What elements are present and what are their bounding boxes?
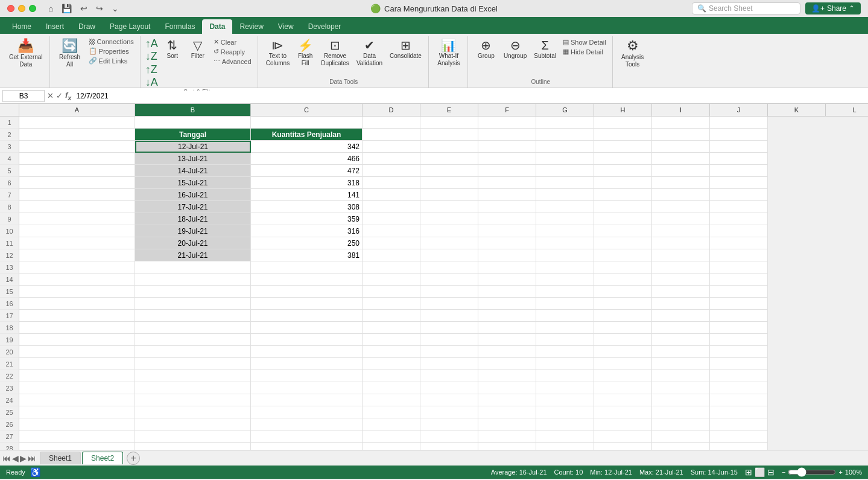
cell-e15[interactable] <box>420 286 478 298</box>
cell-a16[interactable] <box>19 298 135 310</box>
cell-h26[interactable] <box>594 418 652 430</box>
cell-b22[interactable] <box>135 370 251 382</box>
cell-d17[interactable] <box>363 310 420 322</box>
cell-a21[interactable] <box>19 358 135 370</box>
save-icon[interactable]: 💾 <box>62 4 72 13</box>
share-button[interactable]: 👤+ Share ⌃ <box>805 2 861 14</box>
cell-g2[interactable] <box>536 129 594 141</box>
sheet-tab-sheet1[interactable]: Sheet1 <box>40 452 81 464</box>
cell-a15[interactable] <box>19 286 135 298</box>
cell-j14[interactable] <box>710 274 768 286</box>
cell-c19[interactable] <box>251 334 363 346</box>
cell-g24[interactable] <box>536 394 594 406</box>
cell-e10[interactable] <box>420 225 478 237</box>
cell-i4[interactable] <box>652 153 710 165</box>
cell-j20[interactable] <box>710 346 768 358</box>
col-header-e[interactable]: E <box>420 104 478 116</box>
cell-j24[interactable] <box>710 394 768 406</box>
flash-fill-button[interactable]: ⚡ FlashFill <box>294 37 317 69</box>
cell-d3[interactable] <box>363 141 420 153</box>
cell-b16[interactable] <box>135 298 251 310</box>
cell-i11[interactable] <box>652 237 710 249</box>
cell-d27[interactable] <box>363 430 420 443</box>
cell-e16[interactable] <box>420 298 478 310</box>
cell-d9[interactable] <box>363 213 420 225</box>
cell-a7[interactable] <box>19 189 135 201</box>
cell-e7[interactable] <box>420 189 478 201</box>
cell-h3[interactable] <box>594 141 652 153</box>
cell-h13[interactable] <box>594 261 652 274</box>
cell-c25[interactable] <box>251 406 363 418</box>
col-header-d[interactable]: D <box>363 104 420 116</box>
cell-h28[interactable] <box>594 443 652 450</box>
cell-f20[interactable] <box>478 346 536 358</box>
cell-i23[interactable] <box>652 382 710 394</box>
cell-j22[interactable] <box>710 370 768 382</box>
cell-f22[interactable] <box>478 370 536 382</box>
cell-f2[interactable] <box>478 129 536 141</box>
cell-a9[interactable] <box>19 213 135 225</box>
reapply-button[interactable]: ↺ Reapply <box>211 47 254 56</box>
cell-g17[interactable] <box>536 310 594 322</box>
cell-e6[interactable] <box>420 177 478 189</box>
cell-e9[interactable] <box>420 213 478 225</box>
cell-b8[interactable]: 17-Jul-21 <box>135 201 251 213</box>
cell-i17[interactable] <box>652 310 710 322</box>
col-header-g[interactable]: G <box>536 104 594 116</box>
formula-input[interactable] <box>74 91 866 101</box>
cell-d24[interactable] <box>363 394 420 406</box>
cell-j25[interactable] <box>710 406 768 418</box>
cell-h21[interactable] <box>594 358 652 370</box>
nav-first-icon[interactable]: ⏮ <box>2 453 11 463</box>
cell-e1[interactable] <box>420 117 478 129</box>
cell-d13[interactable] <box>363 261 420 274</box>
cell-j4[interactable] <box>710 153 768 165</box>
group-button[interactable]: ⊕ Group <box>473 37 499 62</box>
cell-b15[interactable] <box>135 286 251 298</box>
cell-c3[interactable]: 342 <box>251 141 363 153</box>
cell-a14[interactable] <box>19 274 135 286</box>
cell-c22[interactable] <box>251 370 363 382</box>
cell-g27[interactable] <box>536 430 594 443</box>
cell-c18[interactable] <box>251 322 363 334</box>
cell-f13[interactable] <box>478 261 536 274</box>
cell-g25[interactable] <box>536 406 594 418</box>
cell-i13[interactable] <box>652 261 710 274</box>
cell-b2-header[interactable]: Tanggal <box>135 129 251 141</box>
cell-b27[interactable] <box>135 430 251 443</box>
cell-e11[interactable] <box>420 237 478 249</box>
cell-reference-box[interactable] <box>2 90 45 102</box>
cell-h6[interactable] <box>594 177 652 189</box>
show-detail-button[interactable]: ▤ Show Detail <box>560 37 609 46</box>
cell-j16[interactable] <box>710 298 768 310</box>
cell-g26[interactable] <box>536 418 594 430</box>
cell-g18[interactable] <box>536 322 594 334</box>
cell-f10[interactable] <box>478 225 536 237</box>
cell-f25[interactable] <box>478 406 536 418</box>
cell-a8[interactable] <box>19 201 135 213</box>
cell-j17[interactable] <box>710 310 768 322</box>
cancel-formula-icon[interactable]: ✕ <box>47 91 54 100</box>
cell-e13[interactable] <box>420 261 478 274</box>
cell-b11[interactable]: 20-Jul-21 <box>135 237 251 249</box>
cell-b9[interactable]: 18-Jul-21 <box>135 213 251 225</box>
search-box[interactable]: 🔍 Search Sheet <box>692 2 800 14</box>
col-header-a[interactable]: A <box>19 104 135 116</box>
cell-c21[interactable] <box>251 358 363 370</box>
get-external-data-button[interactable]: 📥 Get ExternalData <box>6 37 46 70</box>
col-header-k[interactable]: K <box>768 104 826 116</box>
cell-a11[interactable] <box>19 237 135 249</box>
cell-j21[interactable] <box>710 358 768 370</box>
col-header-f[interactable]: F <box>478 104 536 116</box>
zoom-in-icon[interactable]: + <box>838 469 842 476</box>
cell-b7[interactable]: 16-Jul-21 <box>135 189 251 201</box>
cell-d10[interactable] <box>363 225 420 237</box>
cell-b12[interactable]: 21-Jul-21 <box>135 249 251 261</box>
cell-i25[interactable] <box>652 406 710 418</box>
cell-i22[interactable] <box>652 370 710 382</box>
cell-g4[interactable] <box>536 153 594 165</box>
tab-formulas[interactable]: Formulas <box>157 19 202 34</box>
cell-i28[interactable] <box>652 443 710 450</box>
cell-i24[interactable] <box>652 394 710 406</box>
nav-next-icon[interactable]: ▶ <box>20 453 27 463</box>
